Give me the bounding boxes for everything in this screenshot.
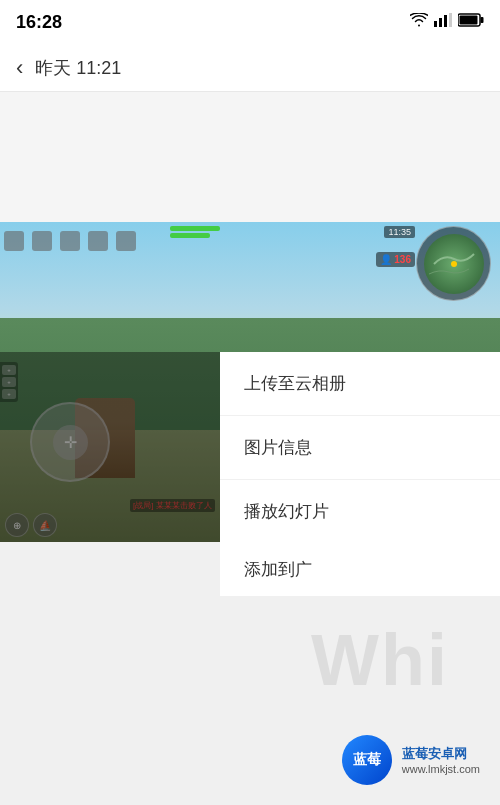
watermark-site-name: 蓝莓安卓网: [402, 745, 480, 763]
game-screenshot: + + + 11:35 👤 136: [0, 222, 500, 542]
status-icons: [410, 13, 484, 31]
watermark-logo: 蓝莓: [342, 735, 392, 785]
svg-rect-2: [444, 15, 447, 27]
svg-rect-6: [460, 16, 478, 25]
menu-item-upload-cloud[interactable]: 上传至云相册: [220, 352, 500, 416]
nav-title: 昨天 11:21: [35, 56, 121, 80]
game-icon-3: [60, 231, 80, 251]
back-button[interactable]: ‹: [16, 55, 23, 81]
whi-text: Whi: [311, 619, 449, 701]
watermark-logo-text: 蓝莓: [353, 751, 381, 769]
player-count-number: 136: [394, 254, 411, 265]
svg-rect-5: [481, 17, 484, 23]
mini-map: [416, 226, 491, 301]
status-time: 16:28: [16, 12, 62, 33]
whi-area: Whi: [260, 615, 500, 705]
main-content: + + + 11:35 👤 136: [0, 92, 500, 805]
player-count: 👤 136: [376, 252, 415, 267]
menu-item-slideshow[interactable]: 播放幻灯片: [220, 480, 500, 542]
game-icon-2: [32, 231, 52, 251]
svg-rect-0: [434, 21, 437, 27]
player-count-icon: 👤: [380, 254, 392, 265]
menu-item-slideshow-label: 播放幻灯片: [244, 500, 329, 523]
menu-item-add-to-label: 添加到广: [244, 558, 312, 581]
svg-rect-3: [449, 13, 452, 27]
status-bar: 16:28: [0, 0, 500, 44]
health-segment-2: [170, 233, 210, 238]
menu-item-image-info[interactable]: 图片信息: [220, 416, 500, 480]
menu-overlay: [0, 352, 220, 542]
menu-item-add-to[interactable]: 添加到广: [220, 542, 500, 597]
game-hud-right: [416, 226, 496, 301]
health-segment-1: [170, 226, 220, 231]
watermark-url: www.lmkjst.com: [402, 763, 480, 775]
svg-point-7: [451, 261, 457, 267]
mini-map-inner: [424, 234, 484, 294]
wifi-icon: [410, 13, 428, 31]
signal-icon: [434, 13, 452, 31]
menu-item-upload-cloud-label: 上传至云相册: [244, 372, 346, 395]
battery-icon: [458, 13, 484, 31]
nav-bar: ‹ 昨天 11:21: [0, 44, 500, 92]
watermark: 蓝莓 蓝莓安卓网 www.lmkjst.com: [342, 735, 480, 785]
below-menu-area: Whi 蓝莓 蓝莓安卓网 www.lmkjst.com 添加到广: [0, 542, 500, 805]
game-time-display: 11:35: [384, 226, 415, 238]
watermark-text-area: 蓝莓安卓网 www.lmkjst.com: [402, 745, 480, 775]
game-icon-1: [4, 231, 24, 251]
game-icon-4: [88, 231, 108, 251]
top-health: [170, 226, 220, 238]
game-icon-5: [116, 231, 136, 251]
context-menu: 上传至云相册 图片信息 播放幻灯片 收藏 设为壁纸: [220, 352, 500, 542]
menu-item-image-info-label: 图片信息: [244, 436, 312, 459]
svg-rect-1: [439, 18, 442, 27]
